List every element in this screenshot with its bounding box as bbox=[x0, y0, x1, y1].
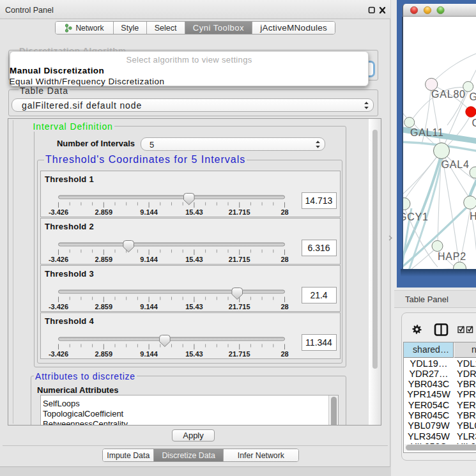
svg-text:HAP2: HAP2 bbox=[438, 251, 466, 262]
svg-text:9.144: 9.144 bbox=[140, 303, 158, 311]
svg-text:15.43: 15.43 bbox=[185, 256, 203, 263]
svg-text:-3.426: -3.426 bbox=[48, 208, 68, 216]
svg-text:-3.426: -3.426 bbox=[48, 350, 68, 358]
svg-text:28: 28 bbox=[280, 256, 288, 263]
svg-text:2.859: 2.859 bbox=[95, 256, 112, 263]
svg-text:21.715: 21.715 bbox=[228, 350, 250, 358]
svg-text:GAL11: GAL11 bbox=[410, 127, 444, 138]
svg-text:GAL4: GAL4 bbox=[441, 159, 470, 170]
svg-text:28: 28 bbox=[280, 303, 288, 311]
svg-text:15.43: 15.43 bbox=[185, 208, 203, 216]
svg-text:-3.426: -3.426 bbox=[48, 256, 68, 263]
svg-text:28: 28 bbox=[280, 350, 288, 358]
svg-text:15.43: 15.43 bbox=[185, 303, 203, 311]
svg-text:2.859: 2.859 bbox=[95, 303, 112, 311]
svg-text:GAL80: GAL80 bbox=[431, 89, 466, 100]
svg-text:15.43: 15.43 bbox=[185, 350, 203, 358]
svg-text:GCY1: GCY1 bbox=[403, 211, 429, 222]
svg-text:C: C bbox=[472, 118, 476, 128]
svg-text:9.144: 9.144 bbox=[140, 208, 158, 216]
svg-text:2.859: 2.859 bbox=[95, 350, 112, 358]
svg-text:H: H bbox=[470, 211, 476, 222]
svg-text:21.715: 21.715 bbox=[228, 303, 250, 311]
svg-text:28: 28 bbox=[280, 208, 288, 216]
svg-text:9.144: 9.144 bbox=[140, 256, 158, 263]
svg-text:-3.426: -3.426 bbox=[48, 303, 68, 311]
svg-text:21.715: 21.715 bbox=[228, 256, 250, 263]
svg-text:21.715: 21.715 bbox=[228, 208, 250, 216]
svg-text:2.859: 2.859 bbox=[95, 208, 112, 216]
svg-text:9.144: 9.144 bbox=[140, 350, 158, 358]
svg-text:G.: G. bbox=[470, 91, 476, 102]
